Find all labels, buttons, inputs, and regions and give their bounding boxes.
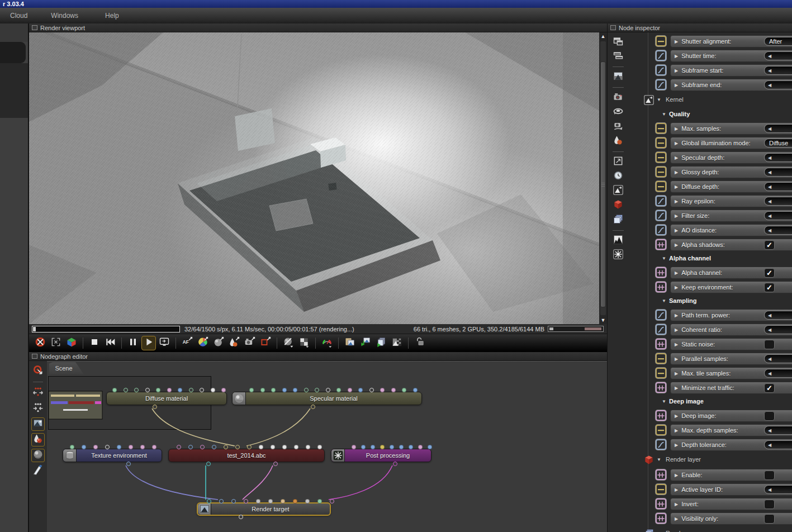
slider-decrement-icon[interactable]: ◀	[768, 184, 771, 189]
node-input-pin[interactable]	[305, 499, 310, 504]
node-input-pin[interactable]	[317, 499, 322, 504]
node-input-pin[interactable]	[271, 445, 275, 449]
expander-icon[interactable]: ▶	[675, 155, 678, 160]
node-input-pin[interactable]	[224, 445, 228, 449]
param-bar[interactable]: ▶Coherent ratio:◀	[670, 324, 792, 336]
menu-item-windows[interactable]: Windows	[45, 10, 84, 21]
render-viewport[interactable]	[29, 32, 599, 324]
slider-decrement-icon[interactable]: ◀	[768, 126, 771, 131]
dock-icon[interactable]	[32, 354, 37, 359]
copy-image-button[interactable]	[343, 336, 357, 350]
node-input-pin[interactable]	[369, 388, 374, 392]
param-bar[interactable]: ▶Diffuse depth:◀	[670, 180, 792, 193]
param-bar[interactable]: ▶Max. depth samples:◀	[670, 424, 792, 436]
collapse-arrow-icon[interactable]: ▼	[657, 97, 661, 102]
node-input-pin[interactable]	[129, 445, 133, 449]
bool-type-icon[interactable]	[656, 339, 666, 349]
collapse-arrow-icon[interactable]: ▼	[662, 256, 666, 261]
node-input-pin[interactable]	[330, 499, 334, 504]
value-slider[interactable]: ◀	[764, 182, 792, 191]
node-output-pin[interactable]	[239, 515, 243, 519]
expander-icon[interactable]: ▶	[675, 126, 678, 131]
float-type-icon[interactable]	[656, 50, 666, 61]
bool-type-icon[interactable]	[656, 498, 666, 509]
value-checkbox[interactable]	[764, 500, 775, 509]
float-type-icon[interactable]	[656, 225, 666, 235]
value-slider[interactable]: ◀	[764, 153, 792, 162]
texture-environment-node[interactable]: Texture environment	[63, 449, 162, 462]
save-with-alpha-button[interactable]	[390, 336, 404, 350]
expander-icon[interactable]: ▶	[675, 83, 678, 88]
expander-icon[interactable]: ▶	[675, 502, 678, 507]
bool-type-icon[interactable]	[656, 410, 666, 421]
param-bar[interactable]: ▶Alpha channel:✓	[670, 267, 792, 279]
value-slider[interactable]: ◀	[764, 80, 792, 89]
viewport-scrollbar[interactable]: ▲ ▼	[599, 32, 607, 324]
expander-icon[interactable]: ▶	[675, 213, 678, 218]
expander-icon[interactable]: ▶	[675, 414, 678, 419]
node-input-pin[interactable]	[306, 445, 310, 449]
nodegraph-panel-header[interactable]: Nodegraph editor	[29, 352, 607, 361]
cancel-render-button[interactable]	[33, 336, 48, 350]
node-input-pin[interactable]	[211, 388, 215, 392]
node-input-pin[interactable]	[271, 388, 276, 392]
param-bar[interactable]: ▶Subframe end:◀	[670, 79, 792, 91]
value-dropdown[interactable]: After	[764, 37, 792, 46]
value-checkbox[interactable]	[764, 340, 775, 349]
node-input-pin[interactable]	[352, 445, 356, 449]
nav-target-button[interactable]	[31, 364, 45, 378]
expander-icon[interactable]: ▶	[675, 39, 678, 44]
node-input-pin[interactable]	[259, 445, 263, 449]
lock-image-button[interactable]	[412, 336, 427, 350]
node-input-pin[interactable]	[282, 445, 287, 449]
sampling-gauge-button[interactable]	[320, 336, 334, 350]
subsection-quality[interactable]: ▼Quality	[608, 108, 792, 121]
expander-icon[interactable]: ▶	[675, 371, 678, 376]
expander-icon[interactable]: ▶	[675, 228, 678, 233]
node-input-pin[interactable]	[212, 445, 216, 449]
value-slider[interactable]: ◀	[764, 124, 792, 133]
expander-icon[interactable]: ▶	[675, 516, 678, 521]
mesh-node[interactable]: test_2014.abc	[168, 449, 325, 462]
toggle-texture-thumbnails-button[interactable]	[31, 449, 45, 462]
section-render-layer[interactable]: ▼Render layer	[608, 452, 792, 468]
node-input-pin[interactable]	[249, 388, 254, 392]
expander-icon[interactable]: ▶	[675, 54, 678, 59]
slider-decrement-icon[interactable]: ◀	[768, 487, 771, 492]
int-type-icon[interactable]	[656, 368, 666, 378]
expander-icon[interactable]: ▶	[675, 443, 678, 448]
node-output-pin[interactable]	[126, 462, 131, 466]
param-bar[interactable]: ▶Keep environment:✓	[670, 281, 792, 293]
alpha-background-toggle-button[interactable]	[297, 336, 311, 350]
node-input-pin[interactable]	[188, 445, 193, 449]
bool-type-icon[interactable]	[656, 282, 666, 292]
inspector-panel-header[interactable]: Node inspector	[608, 23, 792, 32]
param-bar[interactable]: ▶Deep image:	[670, 410, 792, 422]
node-input-pin[interactable]	[200, 388, 204, 392]
expander-icon[interactable]: ▶	[675, 170, 678, 175]
value-slider[interactable]: ◀	[764, 211, 792, 220]
node-input-pin[interactable]	[219, 499, 224, 504]
value-slider[interactable]: ◀	[764, 426, 792, 435]
slider-decrement-icon[interactable]: ◀	[768, 357, 771, 362]
value-slider[interactable]: ◀	[764, 354, 792, 363]
expander-icon[interactable]: ▶	[675, 473, 678, 478]
menu-item-help[interactable]: Help	[99, 10, 125, 21]
node-input-pin[interactable]	[145, 388, 150, 392]
float-type-icon[interactable]	[656, 439, 666, 450]
expander-icon[interactable]: ▶	[675, 327, 678, 332]
value-slider[interactable]: ◀	[764, 226, 792, 235]
slider-decrement-icon[interactable]: ◀	[768, 443, 771, 448]
int-type-icon[interactable]	[656, 425, 666, 435]
node-input-pin[interactable]	[178, 388, 182, 392]
node-input-pin[interactable]	[317, 445, 322, 449]
stop-render-button[interactable]	[87, 336, 102, 350]
diffuse-material-node[interactable]: Diffuse material	[106, 392, 227, 405]
refresh-viewport-button[interactable]	[157, 336, 172, 350]
param-bar[interactable]: ▶Filter size:◀	[670, 210, 792, 222]
value-checkbox[interactable]: ✓	[764, 240, 775, 250]
subsection-sampling[interactable]: ▼Sampling	[608, 294, 792, 308]
param-bar[interactable]: ▶Shutter time:◀	[670, 50, 792, 62]
value-slider[interactable]: ◀	[764, 51, 792, 60]
title-bar[interactable]: r 3.03.4	[0, 0, 792, 8]
